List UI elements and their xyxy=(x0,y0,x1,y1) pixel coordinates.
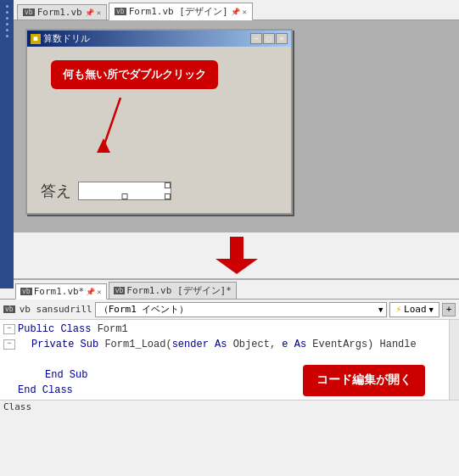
editor-toolbar: vb vb sansudrill （Form1 イベント） ▼ ⚡ Load ▼… xyxy=(0,300,459,320)
answer-label: 答え xyxy=(41,181,71,201)
kw-private: Private xyxy=(31,337,81,352)
code-open-label: コード編集が開く xyxy=(303,365,425,396)
tab-design-inactive[interactable]: vb Form1.vb [デザイン]* xyxy=(109,282,237,299)
bubble-tooltip: 何も無い所でダブルクリック xyxy=(51,60,218,89)
handle-tr xyxy=(165,182,171,188)
code-tab-pin[interactable]: 📌 xyxy=(86,288,95,296)
code-tab-close[interactable]: ✕ xyxy=(97,288,101,296)
kw-e: e xyxy=(282,337,294,352)
form-window: ■ 算数ドリル ─ □ ✕ 何も無い所でダブルクリック xyxy=(25,29,293,215)
vb-badge-1: vb xyxy=(23,8,35,16)
class-dropdown-arrow: ▼ xyxy=(378,305,383,314)
tab2-close[interactable]: ✕ xyxy=(243,8,247,16)
class-dropdown-label: （Form1 イベント） xyxy=(99,303,189,316)
vb-badge-4: vb xyxy=(114,287,126,294)
tab-form1-vb[interactable]: vb Form1.vb 📌 ✕ xyxy=(17,4,107,20)
form-title-left: ■ 算数ドリル xyxy=(31,32,90,45)
kw-end-class: End Class xyxy=(18,383,73,398)
type-eventargs: EventArgs) Handle xyxy=(312,337,416,352)
vb-badge-2: vb xyxy=(115,8,126,15)
svg-line-0 xyxy=(104,98,120,147)
tab-code-active[interactable]: vb Form1.vb* 📌 ✕ xyxy=(15,283,107,300)
lightning-icon: ⚡ xyxy=(395,304,401,315)
tab2-pin[interactable]: 📌 xyxy=(231,8,240,16)
code-editor: − Public Class Form1 − Private Sub Form1… xyxy=(0,320,459,400)
code-tab-label: Form1.vb* xyxy=(34,286,85,297)
add-button[interactable]: + xyxy=(442,303,456,316)
expand-btn-2[interactable]: − xyxy=(3,339,15,350)
method-dropdown-arrow: ▼ xyxy=(429,305,434,314)
tab2-label: Form1.vb [デザイン] xyxy=(129,5,228,18)
handle-bm xyxy=(122,193,128,199)
class-dropdown[interactable]: （Form1 イベント） ▼ xyxy=(95,302,388,317)
bubble-text: 何も無い所でダブルクリック xyxy=(63,68,206,81)
expand-btn-1[interactable]: − xyxy=(3,324,15,334)
form-window-controls: ─ □ ✕ xyxy=(250,33,288,44)
tab1-pin[interactable]: 📌 xyxy=(85,8,94,17)
left-sidebar xyxy=(0,0,14,288)
tab1-label: Form1.vb xyxy=(37,7,82,18)
bottom-section: vb Form1.vb* 📌 ✕ vb Form1.vb [デザイン]* vb … xyxy=(0,278,459,413)
status-bar: Class xyxy=(0,400,459,413)
tab-form1-design[interactable]: vb Form1.vb [デザイン] 📌 ✕ xyxy=(109,3,253,20)
method-dropdown-label: Load xyxy=(404,304,427,315)
tab-bar-bottom: vb Form1.vb* 📌 ✕ vb Form1.vb [デザイン]* xyxy=(0,280,459,300)
editor-scrollbar[interactable] xyxy=(449,320,459,400)
big-down-arrow xyxy=(216,237,258,274)
answer-textbox[interactable] xyxy=(78,182,171,200)
tab-bar-top: vb Form1.vb 📌 ✕ vb Form1.vb [デザイン] 📌 ✕ xyxy=(14,0,459,20)
class-footer-label: Class xyxy=(3,401,31,412)
kw-end-sub: End Sub xyxy=(45,367,87,383)
code-open-text: コード編集が開く xyxy=(316,373,411,387)
kw-as-2: As xyxy=(294,337,313,352)
svg-marker-1 xyxy=(97,138,110,153)
type-object: Object, xyxy=(233,337,283,352)
tab1-close[interactable]: ✕ xyxy=(97,8,101,17)
kw-sender: sender xyxy=(172,337,215,352)
vb-badge-3: vb xyxy=(20,288,32,295)
handle-br xyxy=(165,193,171,199)
vb-badge-editor: vb xyxy=(3,305,15,313)
form-titlebar: ■ 算数ドリル ─ □ ✕ xyxy=(27,31,291,47)
bubble-arrow-svg xyxy=(78,98,163,165)
minimize-button[interactable]: ─ xyxy=(250,33,262,44)
answer-row: 答え xyxy=(41,181,171,201)
maximize-button[interactable]: □ xyxy=(263,33,275,44)
kw-sub: Sub xyxy=(81,337,105,352)
kw-class: Class xyxy=(60,322,97,337)
form-body[interactable]: 何も無い所でダブルクリック 答え xyxy=(27,47,291,213)
class-name: Form1 xyxy=(98,322,128,337)
code-line-1: − Public Class Form1 xyxy=(3,322,456,337)
design-tab-label: Form1.vb [デザイン]* xyxy=(126,284,231,297)
code-line-2: − Private Sub Form1_Load(sender As Objec… xyxy=(3,337,456,352)
form-title: 算数ドリル xyxy=(43,32,90,45)
kw-as-1: As xyxy=(215,337,233,352)
form-icon: ■ xyxy=(31,34,41,44)
kw-public-1: Public xyxy=(18,322,60,337)
close-button[interactable]: ✕ xyxy=(276,33,288,44)
sub-name: Form1_Load( xyxy=(104,337,171,352)
svg-marker-3 xyxy=(216,259,258,274)
big-arrow-container xyxy=(14,232,459,278)
design-area: ■ 算数ドリル ─ □ ✕ 何も無い所でダブルクリック xyxy=(14,20,459,232)
svg-rect-2 xyxy=(230,237,243,259)
method-dropdown[interactable]: ⚡ Load ▼ xyxy=(389,302,439,317)
class-name-label: vb sansudrill xyxy=(20,304,92,315)
